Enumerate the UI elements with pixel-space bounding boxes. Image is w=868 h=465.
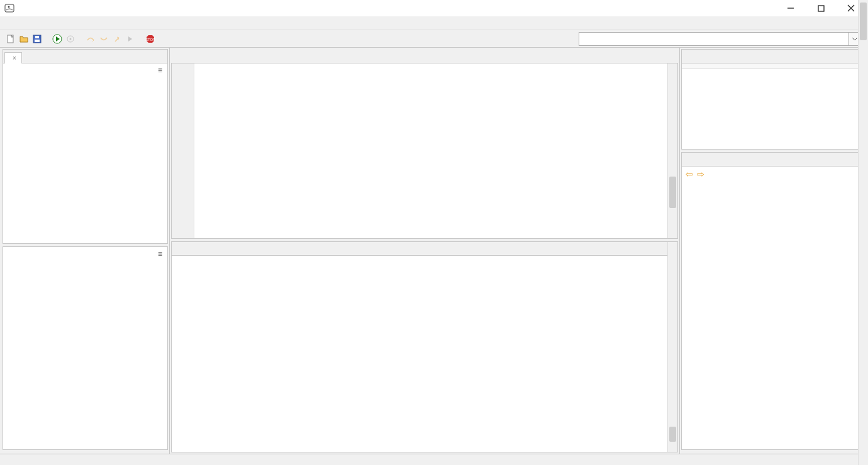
- minimize-button[interactable]: [782, 3, 799, 14]
- program-args-input[interactable]: [579, 32, 849, 46]
- title-bar: [0, 0, 868, 16]
- svg-rect-9: [35, 40, 40, 42]
- device-panel: ≡: [3, 246, 168, 450]
- svg-rect-0: [5, 4, 14, 12]
- svg-rect-3: [818, 6, 824, 11]
- new-file-icon[interactable]: [5, 33, 16, 45]
- toolbar: STOP: [0, 30, 868, 48]
- menu-bar: [0, 16, 868, 30]
- nav-back-icon[interactable]: ⇦: [686, 169, 693, 179]
- open-file-icon[interactable]: [18, 33, 30, 45]
- files-panel: × ≡: [3, 49, 168, 244]
- object-inspector-panel: ⇦ ⇨: [681, 152, 867, 450]
- status-bar: [0, 454, 868, 465]
- step-into-icon[interactable]: [98, 33, 109, 45]
- hamburger-icon[interactable]: ≡: [158, 249, 162, 258]
- nav-forward-icon[interactable]: ⇨: [697, 169, 704, 179]
- editor-textarea[interactable]: [194, 63, 677, 238]
- tab-files[interactable]: ×: [4, 52, 22, 63]
- window-title: [19, 4, 782, 13]
- step-out-icon[interactable]: [111, 33, 123, 45]
- resume-icon[interactable]: [125, 33, 136, 45]
- variables-col-value[interactable]: [736, 63, 866, 68]
- svg-rect-8: [35, 36, 39, 38]
- maximize-button[interactable]: [813, 3, 829, 14]
- variables-col-name[interactable]: [682, 63, 736, 68]
- app-logo-icon: [4, 3, 15, 14]
- save-icon[interactable]: [31, 33, 43, 45]
- editor-scrollbar[interactable]: [667, 63, 677, 238]
- shell-textarea[interactable]: [172, 256, 677, 452]
- variables-panel: [681, 49, 867, 150]
- close-icon[interactable]: ×: [13, 55, 16, 62]
- editor-gutter: [172, 63, 194, 238]
- shell-panel: [171, 241, 678, 452]
- step-over-icon[interactable]: [85, 33, 96, 45]
- svg-point-1: [8, 6, 10, 8]
- run-icon[interactable]: [52, 33, 63, 45]
- close-button[interactable]: [843, 3, 859, 14]
- svg-text:STOP: STOP: [145, 38, 155, 41]
- inspector-scrollbar[interactable]: [858, 0, 868, 465]
- debug-icon[interactable]: [65, 33, 76, 45]
- code-editor[interactable]: [171, 63, 678, 239]
- shell-scrollbar[interactable]: [667, 242, 677, 452]
- hamburger-icon[interactable]: ≡: [158, 66, 162, 75]
- files-breadcrumb[interactable]: [3, 77, 167, 82]
- stop-icon[interactable]: STOP: [145, 33, 156, 45]
- svg-point-12: [70, 38, 72, 40]
